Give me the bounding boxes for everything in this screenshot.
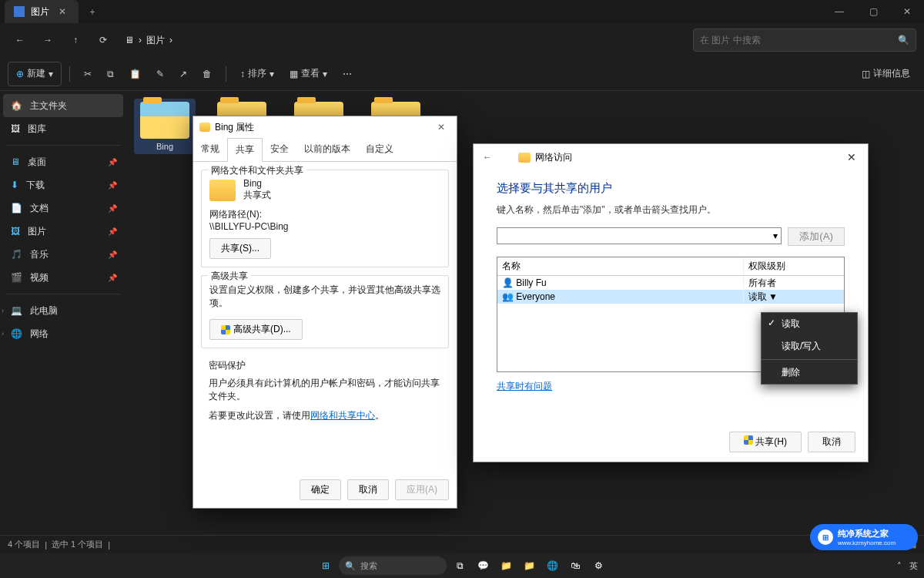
close-window-button[interactable]: ✕ bbox=[890, 0, 924, 23]
advanced-share-button[interactable]: 高级共享(D)... bbox=[209, 319, 303, 340]
chevron-right-icon: › bbox=[2, 330, 4, 338]
menu-read[interactable]: ✓读取 bbox=[762, 313, 857, 335]
search-input[interactable] bbox=[700, 35, 898, 45]
add-button[interactable]: 添加(A) bbox=[788, 227, 845, 246]
minimize-button[interactable]: — bbox=[822, 0, 856, 23]
close-button[interactable]: ✕ bbox=[842, 151, 862, 163]
tab-sharing[interactable]: 共享 bbox=[227, 138, 263, 162]
sidebar-item-pictures[interactable]: 🖼图片📌 bbox=[3, 220, 123, 243]
cut-button[interactable]: ✂ bbox=[78, 62, 98, 86]
trouble-link[interactable]: 共享时有问题 bbox=[497, 381, 552, 391]
dialog-titlebar[interactable]: Bing 属性 ✕ bbox=[193, 116, 457, 138]
new-button[interactable]: ⊕ 新建 ▾ bbox=[8, 62, 62, 86]
group-title: 密码保护 bbox=[209, 359, 441, 372]
copy-button[interactable]: ⧉ bbox=[101, 62, 120, 86]
sidebar-label: 图库 bbox=[28, 123, 46, 136]
breadcrumb-item[interactable]: 图片 bbox=[146, 34, 165, 47]
sidebar-item-thispc[interactable]: ›💻此电脑 bbox=[3, 299, 123, 322]
sidebar-item-gallery[interactable]: 🖼 图库 bbox=[3, 117, 123, 140]
sidebar-item-documents[interactable]: 📄文档📌 bbox=[3, 197, 123, 220]
task-view-button[interactable]: ⧉ bbox=[450, 556, 470, 576]
sidebar-item-music[interactable]: 🎵音乐📌 bbox=[3, 243, 123, 266]
sidebar-label: 主文件夹 bbox=[30, 99, 67, 113]
paste-button[interactable]: 📋 bbox=[123, 62, 147, 86]
close-tab-button[interactable]: ✕ bbox=[55, 6, 69, 17]
back-button[interactable]: ← bbox=[8, 28, 32, 52]
search-box[interactable]: 🔍 bbox=[693, 29, 916, 52]
tab-previous[interactable]: 以前的版本 bbox=[296, 138, 358, 161]
taskbar-app[interactable]: ⚙ bbox=[588, 556, 608, 576]
share-button[interactable]: 共享(H) bbox=[729, 432, 802, 452]
logo-icon: ⊞ bbox=[818, 529, 833, 545]
chevron-up-icon[interactable]: ˄ bbox=[897, 561, 902, 571]
back-button[interactable]: ← bbox=[480, 149, 495, 166]
shield-icon bbox=[744, 435, 753, 445]
forward-button[interactable]: → bbox=[35, 28, 60, 52]
list-item[interactable]: 👥 Everyone 读取 ▼ bbox=[497, 290, 844, 304]
menu-readwrite[interactable]: 读取/写入 bbox=[762, 335, 857, 358]
folder-icon bbox=[140, 102, 189, 139]
tab-security[interactable]: 安全 bbox=[263, 138, 296, 161]
view-button[interactable]: ▦ 查看 ▾ bbox=[283, 62, 333, 86]
col-perm[interactable]: 权限级别 bbox=[744, 257, 844, 275]
share-button[interactable]: ↗ bbox=[173, 62, 193, 86]
lang-indicator[interactable]: 英 bbox=[909, 560, 918, 572]
share-icon: ↗ bbox=[179, 69, 187, 79]
sidebar-item-desktop[interactable]: 🖥桌面📌 bbox=[3, 150, 123, 173]
sort-button[interactable]: ↕ 排序 ▾ bbox=[234, 62, 280, 86]
taskbar-search[interactable]: 🔍搜索 bbox=[339, 556, 447, 575]
pin-icon: 📌 bbox=[108, 204, 117, 213]
network-center-link[interactable]: 网络和共享中心 bbox=[310, 410, 375, 421]
col-name[interactable]: 名称 bbox=[497, 257, 744, 275]
list-item[interactable]: 👤 Billy Fu 所有者 bbox=[497, 276, 844, 290]
close-button[interactable]: ✕ bbox=[432, 122, 450, 133]
sidebar-item-downloads[interactable]: ⬇下载📌 bbox=[3, 173, 123, 197]
new-tab-button[interactable]: ＋ bbox=[79, 5, 106, 18]
menu-delete[interactable]: 删除 bbox=[762, 361, 857, 384]
folder-name: Bing bbox=[243, 178, 271, 189]
taskbar-app[interactable]: 📁 bbox=[496, 556, 516, 576]
sidebar-item-home[interactable]: 🏠 主文件夹 bbox=[3, 94, 123, 117]
ok-button[interactable]: 确定 bbox=[300, 479, 341, 500]
cancel-button[interactable]: 取消 bbox=[347, 479, 389, 500]
delete-button[interactable]: 🗑 bbox=[196, 62, 218, 86]
folder-item[interactable]: Bing bbox=[134, 99, 196, 154]
refresh-button[interactable]: ⟳ bbox=[91, 28, 116, 52]
taskbar-app[interactable]: 📁 bbox=[519, 556, 539, 576]
network-icon: 🌐 bbox=[11, 328, 22, 339]
share-button[interactable]: 共享(S)... bbox=[209, 238, 271, 259]
new-label: 新建 bbox=[27, 67, 45, 80]
maximize-button[interactable]: ▢ bbox=[856, 0, 890, 23]
cancel-button[interactable]: 取消 bbox=[808, 432, 855, 452]
search-icon: 🔍 bbox=[345, 561, 356, 571]
details-pane-button[interactable]: ◫ 详细信息 bbox=[855, 62, 916, 86]
gallery-icon: 🖼 bbox=[11, 123, 20, 134]
paste-icon: 📋 bbox=[129, 69, 141, 79]
menu-label: 读取 bbox=[782, 318, 800, 329]
system-tray[interactable]: ˄ 英 bbox=[897, 560, 918, 572]
chevron-right-icon: › bbox=[169, 35, 172, 45]
tab-customize[interactable]: 自定义 bbox=[358, 138, 401, 161]
taskbar-app[interactable]: 🌐 bbox=[542, 556, 562, 576]
sidebar-item-network[interactable]: ›🌐网络 bbox=[3, 322, 123, 345]
start-button[interactable]: ⊞ bbox=[316, 556, 336, 576]
taskbar-app[interactable]: 💬 bbox=[473, 556, 493, 576]
separator bbox=[6, 294, 120, 294]
pic-icon: 🖼 bbox=[11, 226, 20, 237]
perm-dropdown[interactable]: 读取 ▼ bbox=[744, 290, 844, 304]
pwd-change-text: 若要更改此设置，请使用 bbox=[209, 410, 310, 421]
tab-general[interactable]: 常规 bbox=[193, 138, 227, 161]
chevron-down-icon: ▾ bbox=[270, 69, 274, 79]
apply-button[interactable]: 应用(A) bbox=[395, 479, 449, 500]
explorer-tab[interactable]: 图片 ✕ bbox=[5, 0, 79, 23]
monitor-icon: 🖥 bbox=[125, 35, 134, 45]
more-button[interactable]: ⋯ bbox=[336, 62, 358, 86]
sidebar-item-videos[interactable]: 🎬视频📌 bbox=[3, 266, 123, 289]
watermark: ⊞ 纯净系统之家 www.kzmyhome.com bbox=[810, 524, 918, 550]
breadcrumb[interactable]: 🖥 › 图片 › bbox=[119, 34, 179, 47]
up-button[interactable]: ↑ bbox=[63, 28, 88, 52]
user-combobox[interactable]: ▾ bbox=[497, 227, 782, 244]
folder-icon bbox=[199, 123, 210, 132]
taskbar-app[interactable]: 🛍 bbox=[565, 556, 585, 576]
rename-button[interactable]: ✎ bbox=[150, 62, 170, 86]
